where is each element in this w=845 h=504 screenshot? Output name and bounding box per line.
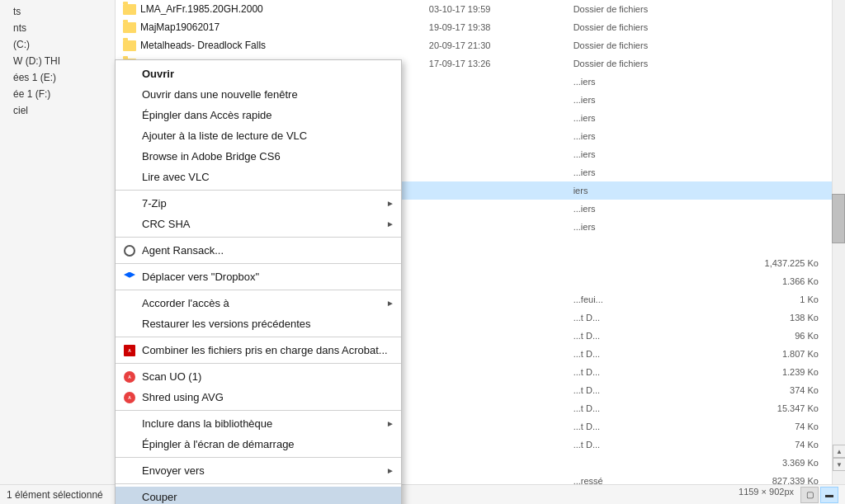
file-size: 138 Ko — [718, 313, 825, 323]
folder-icon — [122, 39, 137, 52]
file-type: ...t D... — [574, 367, 718, 377]
menu-separator-9 — [116, 483, 401, 484]
file-type: ...iers — [574, 77, 718, 87]
file-type: ...t D... — [574, 422, 718, 431]
file-name: MajMap19062017 — [140, 21, 429, 33]
sidebar-item-ciel[interactable]: ciel — [0, 102, 115, 119]
menu-item-accorder-acces[interactable]: Accorder l'accès à ► — [116, 293, 401, 313]
file-name: Metalheads- Dreadlock Falls — [140, 40, 429, 51]
file-size: 15.347 Ko — [718, 403, 825, 413]
sidebar-item-ts[interactable]: ts — [0, 3, 115, 20]
scrollbar-arrow-up[interactable]: ▲ — [833, 445, 845, 458]
menu-item-label: Épingler dans Accès rapide — [142, 109, 272, 121]
file-size: 1.366 Ko — [718, 276, 825, 286]
dropbox-icon — [122, 270, 137, 285]
file-date: 03-10-17 19:59 — [429, 4, 574, 14]
view-button-grid[interactable]: ▢ — [800, 487, 819, 503]
view-button-list[interactable]: ▬ — [820, 487, 838, 503]
menu-item-ouvrir[interactable]: Ouvrir — [116, 64, 401, 84]
menu-item-label: Browse in Adobe Bridge CS6 — [142, 150, 281, 163]
acrobat-icon: A — [122, 343, 137, 358]
menu-separator-3 — [116, 263, 401, 264]
file-size: 374 Ko — [718, 385, 825, 395]
menu-item-label: Ouvrir — [142, 68, 174, 80]
status-text: 1 élément sélectionné — [7, 489, 103, 501]
sidebar-item-c[interactable]: (C:) — [0, 36, 115, 53]
menu-item-vlc-playlist[interactable]: Ajouter à la liste de lecture de VLC — [116, 125, 401, 146]
menu-item-epingler-demarrage[interactable]: Épingler à l'écran de démarrage — [116, 434, 401, 455]
menu-item-acrobat-combine[interactable]: A Combiner les fichiers pris en charge d… — [116, 340, 401, 360]
menu-item-epingler-acces[interactable]: Épingler dans Accès rapide — [116, 105, 401, 125]
file-type: ...iers — [574, 204, 718, 214]
file-type: ...iers — [574, 113, 718, 123]
file-type: ...t D... — [574, 385, 718, 395]
file-size: 1,437.225 Ko — [718, 258, 825, 268]
menu-separator-6 — [116, 363, 401, 364]
menu-item-crcsha[interactable]: CRC SHA ► — [116, 214, 401, 234]
menu-item-label: CRC SHA — [142, 218, 191, 230]
menu-item-restaurer-versions[interactable]: Restaurer les versions précédentes — [116, 313, 401, 334]
table-row[interactable]: MajMap19062017 19-09-17 19:38 Dossier de… — [116, 18, 832, 36]
file-name: LMA_ArFr.1985.20GH.2000 — [140, 3, 429, 15]
chevron-right-icon: ► — [386, 199, 394, 208]
menu-separator-8 — [116, 457, 401, 458]
menu-item-label: Couper — [142, 491, 177, 503]
menu-item-agent-ransack[interactable]: Agent Ransack... — [116, 240, 401, 261]
sidebar: ts nts (C:) W (D:) THI ées 1 (E:) ée 1 (… — [0, 0, 116, 504]
table-row[interactable]: Metalheads- Dreadlock Falls 20-09-17 21:… — [116, 36, 832, 54]
menu-item-label: Lire avec VLC — [142, 171, 210, 183]
menu-item-shred-avg[interactable]: A Shred using AVG — [116, 387, 401, 407]
scrollbar[interactable]: ▲ ▼ — [832, 0, 845, 484]
sidebar-item-nts[interactable]: nts — [0, 20, 115, 36]
file-type: ...iers — [574, 149, 718, 159]
file-type: ...t D... — [574, 331, 718, 341]
file-type: Dossier de fichiers — [574, 4, 718, 14]
table-row[interactable]: LMA_ArFr.1985.20GH.2000 03-10-17 19:59 D… — [116, 0, 832, 18]
menu-separator-4 — [116, 290, 401, 290]
menu-item-7zip[interactable]: 7-Zip ► — [116, 193, 401, 214]
menu-item-label: Épingler à l'écran de démarrage — [142, 438, 295, 450]
menu-item-envoyer-vers[interactable]: Envoyer vers ► — [116, 460, 401, 481]
menu-item-vlc-lire[interactable]: Lire avec VLC — [116, 167, 401, 187]
menu-item-scan-uo[interactable]: A Scan UO (1) — [116, 366, 401, 387]
menu-item-label: Shred using AVG — [142, 391, 224, 403]
menu-item-ouvrir-nouvelle[interactable]: Ouvrir dans une nouvelle fenêtre — [116, 84, 401, 105]
menu-item-inclure-bibliotheque[interactable]: Inclure dans la bibliothèque ► — [116, 413, 401, 434]
file-type: ...iers — [574, 167, 718, 177]
menu-item-label: Envoyer vers — [142, 464, 205, 477]
sidebar-item-d[interactable]: W (D:) THI — [0, 53, 115, 69]
file-type: ...t D... — [574, 313, 718, 323]
avg-shred-icon: A — [122, 390, 137, 405]
file-type: Dossier de fichiers — [574, 59, 718, 68]
menu-item-label: Ouvrir dans une nouvelle fenêtre — [142, 88, 298, 101]
file-type: Dossier de fichiers — [574, 40, 718, 50]
sidebar-item-e[interactable]: ées 1 (E:) — [0, 69, 115, 86]
menu-item-adobe-bridge[interactable]: Browse in Adobe Bridge CS6 — [116, 146, 401, 167]
file-date: 20-09-17 21:30 — [429, 40, 574, 50]
menu-item-label: 7-Zip — [142, 197, 167, 210]
scrollbar-arrow-down[interactable]: ▼ — [833, 458, 845, 471]
context-menu: Ouvrir Ouvrir dans une nouvelle fenêtre … — [115, 59, 402, 504]
file-size: 3.369 Ko — [718, 458, 825, 468]
chevron-right-icon: ► — [386, 466, 394, 475]
menu-separator-5 — [116, 337, 401, 337]
status-right: 1159 × 902px ▢ ▬ — [739, 487, 838, 503]
menu-item-label: Combiner les fichiers pris en charge dan… — [142, 344, 388, 356]
menu-separator-2 — [116, 237, 401, 238]
resolution-text: 1159 × 902px — [739, 487, 794, 503]
menu-item-couper[interactable]: Couper — [116, 487, 401, 504]
menu-item-label: Restaurer les versions précédentes — [142, 318, 311, 330]
folder-icon — [122, 21, 137, 34]
menu-item-dropbox[interactable]: Déplacer vers "Dropbox" — [116, 266, 401, 287]
sidebar-item-f[interactable]: ée 1 (F:) — [0, 86, 115, 102]
menu-item-label: Inclure dans la bibliothèque — [142, 417, 272, 430]
avg-scan-icon: A — [122, 370, 137, 384]
file-date: 17-09-17 13:26 — [429, 59, 574, 68]
file-type: ...iers — [574, 95, 718, 105]
scrollbar-thumb[interactable] — [832, 194, 845, 243]
menu-separator-7 — [116, 410, 401, 411]
chevron-right-icon: ► — [386, 419, 394, 428]
file-type: ...iers — [574, 222, 718, 232]
file-size: 1.807 Ko — [718, 349, 825, 359]
ransack-icon — [122, 243, 137, 258]
